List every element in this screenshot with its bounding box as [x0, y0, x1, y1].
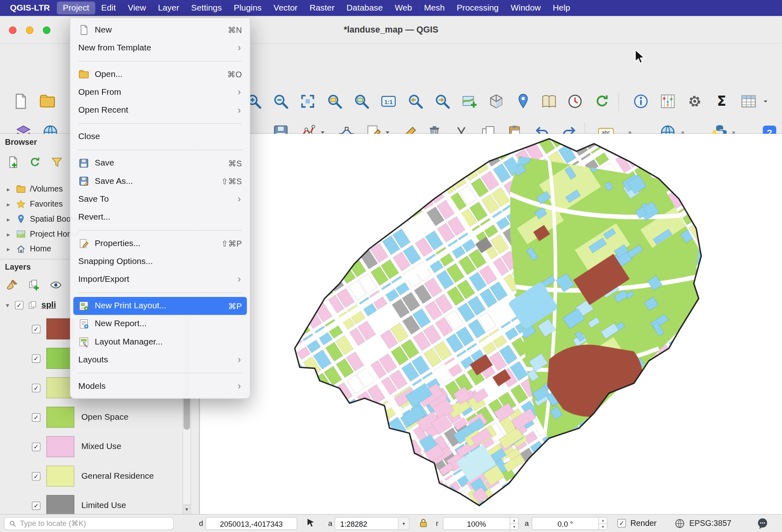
map-canvas[interactable] [200, 134, 782, 514]
new-project-button[interactable] [9, 90, 32, 113]
menu-plugins[interactable]: Plugins [228, 2, 268, 15]
home-icon [16, 244, 26, 254]
menu-vector[interactable]: Vector [268, 2, 304, 15]
zoom-native-resolution-button[interactable] [377, 90, 400, 113]
new-3d-map-view-button[interactable] [485, 90, 508, 113]
menu-view[interactable]: View [122, 2, 152, 15]
menu-processing[interactable]: Processing [451, 2, 505, 15]
menu-item-import-export[interactable]: Import/Export› [73, 270, 247, 288]
group-add-icon [27, 279, 40, 292]
legend-checkbox[interactable]: ✓ [32, 501, 40, 510]
zoom-last-button[interactable] [404, 90, 427, 113]
show-bookmarks-button[interactable] [538, 90, 560, 113]
menu-item-new-report[interactable]: New Report... [73, 315, 247, 333]
manage-map-themes-button[interactable] [47, 277, 65, 294]
menu-item-close[interactable]: Close [73, 128, 247, 146]
menu-edit[interactable]: Edit [95, 2, 122, 15]
magnifier-input[interactable]: 100% ▲▼ [443, 517, 518, 530]
new-map-view-button[interactable] [458, 90, 481, 113]
expand-arrow-icon[interactable]: ▸ [5, 245, 12, 253]
menu-help[interactable]: Help [547, 2, 576, 15]
menu-item-models[interactable]: Models› [73, 377, 247, 395]
menu-web[interactable]: Web [389, 2, 418, 15]
menu-item-open-from[interactable]: Open From› [73, 83, 247, 101]
menu-item-save-to[interactable]: Save To› [73, 190, 247, 208]
menu-item-new-from-template[interactable]: New from Template› [73, 39, 247, 57]
menu-item-revert[interactable]: Revert... [73, 208, 247, 226]
zoom-full-extent-button[interactable] [296, 90, 319, 113]
zoom-out-button[interactable] [269, 90, 292, 113]
menu-item-shortcut: ⌘O [227, 70, 242, 79]
menu-item-save-as[interactable]: Save As...⇧⌘S [73, 172, 247, 190]
show-summary-sigma-button[interactable] [710, 90, 733, 113]
open-layer-styling-button[interactable] [3, 277, 21, 294]
legend-checkbox[interactable]: ✓ [32, 384, 40, 392]
lock-scale-icon[interactable] [418, 517, 429, 530]
toolbar-separator [619, 92, 619, 111]
menu-item-new[interactable]: New⌘N [73, 21, 247, 39]
legend-checkbox[interactable]: ✓ [32, 443, 40, 451]
options-button[interactable] [683, 90, 706, 113]
rotation-input[interactable]: 0.0 ° ▲▼ [531, 517, 607, 530]
attribute-table-dropdown-button[interactable] [760, 90, 771, 113]
show-summary-sigma-icon [713, 93, 730, 110]
zoom-next-button[interactable] [431, 90, 454, 113]
add-group-button[interactable] [25, 277, 43, 294]
app-menu[interactable]: QGIS-LTR [4, 2, 56, 15]
menu-item-save[interactable]: Save⌘S [73, 154, 247, 172]
menu-item-layouts[interactable]: Layouts› [73, 351, 247, 369]
add-browser-connection-button[interactable] [4, 154, 22, 171]
menu-item-open[interactable]: Open...⌘O [73, 65, 247, 83]
menu-item-layout-manager[interactable]: Layout Manager... [73, 333, 247, 351]
menu-project[interactable]: Project [57, 2, 95, 15]
submenu-arrow-icon: › [238, 381, 241, 392]
chevron-down-icon[interactable]: ▼ [398, 517, 409, 529]
menu-layer[interactable]: Layer [152, 2, 185, 15]
open-attribute-table-button[interactable] [737, 90, 760, 113]
open-project-button[interactable] [36, 90, 59, 113]
scale-combobox[interactable]: 1:28282 ▼ [335, 517, 410, 530]
identify-features-button[interactable] [630, 90, 652, 113]
zoom-to-selection-button[interactable] [323, 90, 346, 113]
menu-item-open-recent[interactable]: Open Recent› [73, 101, 247, 119]
expand-arrow-icon[interactable]: ▸ [5, 201, 12, 208]
expand-arrow-icon[interactable]: ▸ [5, 215, 12, 222]
menu-item-properties[interactable]: Properties...⇧⌘P [73, 235, 247, 253]
stepper-buttons[interactable]: ▲▼ [510, 517, 518, 529]
menu-item-snapping-options[interactable]: Snapping Options... [73, 253, 247, 270]
messages-icon[interactable] [756, 517, 769, 532]
statistical-summary-button[interactable] [656, 90, 679, 113]
expand-arrow-icon[interactable]: ▸ [5, 230, 12, 238]
crs-globe-icon[interactable] [674, 518, 685, 531]
refresh-browser-button[interactable] [26, 154, 44, 171]
expand-arrow-icon[interactable]: ▾ [4, 301, 11, 309]
crs-status[interactable]: EPSG:3857 [689, 519, 732, 528]
page-icon [78, 24, 90, 36]
menu-window[interactable]: Window [505, 2, 547, 15]
coordinate-input[interactable]: 2050013,-4017343 [205, 517, 297, 530]
expand-arrow-icon[interactable]: ▸ [5, 185, 12, 193]
legend-checkbox[interactable]: ✓ [32, 354, 40, 363]
menu-item-shortcut: ⌘P [228, 301, 242, 311]
bookmark-plus-icon [16, 214, 26, 224]
zoom-to-layer-button[interactable] [350, 90, 373, 113]
temporal-controller-button[interactable] [564, 90, 586, 113]
locator-search-input[interactable]: Type to locate (⌘K) [4, 517, 174, 530]
layer-group-checkbox[interactable]: ✓ [15, 301, 24, 309]
menu-settings[interactable]: Settings [185, 2, 228, 15]
refresh-map-button[interactable] [590, 90, 613, 113]
rotation-value: 0.0 ° [558, 519, 573, 528]
render-checkbox[interactable]: ✓ [617, 519, 626, 528]
legend-checkbox[interactable]: ✓ [32, 325, 40, 333]
menu-database[interactable]: Database [340, 2, 389, 15]
legend-checkbox[interactable]: ✓ [32, 472, 40, 480]
menu-item-new-print-layout[interactable]: New Print Layout...⌘P [73, 297, 247, 315]
legend-checkbox[interactable]: ✓ [32, 413, 40, 421]
extents-tracking-icon[interactable] [305, 517, 316, 530]
menu-raster[interactable]: Raster [303, 2, 340, 15]
scrollbar-down-button[interactable]: ▼ [183, 505, 190, 514]
filter-browser-button[interactable] [48, 154, 66, 171]
stepper-buttons[interactable]: ▲▼ [599, 517, 607, 529]
new-spatial-bookmark-button[interactable] [512, 90, 534, 113]
menu-mesh[interactable]: Mesh [418, 2, 451, 15]
